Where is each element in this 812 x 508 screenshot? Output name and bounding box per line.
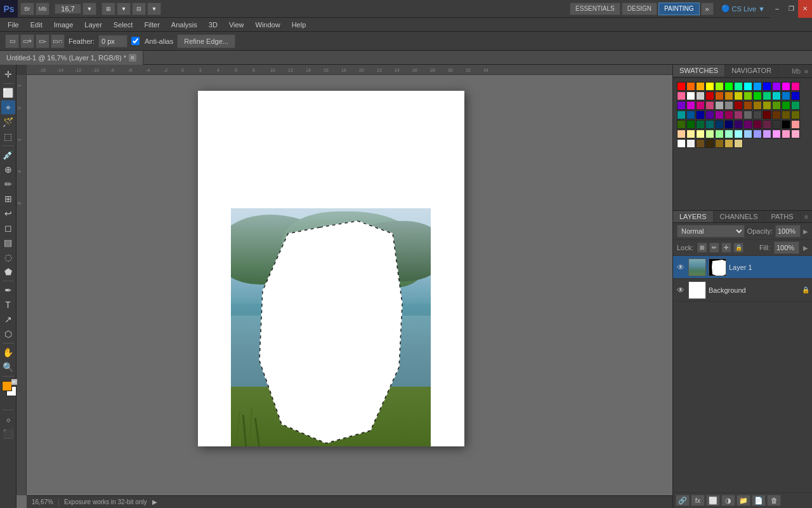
document-canvas[interactable]: [198, 91, 464, 446]
lock-paint-btn[interactable]: ✏: [709, 243, 719, 253]
swatch-item[interactable]: [705, 101, 714, 110]
cs-live-btn[interactable]: 🔵 CS Live ▼: [716, 4, 770, 13]
swatch-item[interactable]: [772, 110, 781, 119]
swatch-item[interactable]: [677, 120, 686, 129]
layers-collapse[interactable]: ≡: [803, 212, 809, 222]
swatch-item[interactable]: [734, 91, 743, 100]
swatch-item[interactable]: [677, 110, 686, 119]
maximize-btn[interactable]: ❐: [784, 0, 798, 18]
selection-intersect[interactable]: ▭∩: [51, 34, 65, 48]
menu-analysis[interactable]: Analysis: [166, 18, 202, 32]
tab-swatches[interactable]: SWATCHES: [673, 65, 725, 77]
refine-edge-button[interactable]: Refine Edge...: [177, 34, 235, 48]
shape-tool[interactable]: ⬡: [1, 327, 15, 341]
swatch-item[interactable]: [715, 130, 724, 138]
quick-select-tool[interactable]: 🪄: [1, 115, 15, 129]
swatch-item[interactable]: [686, 139, 695, 148]
menu-layer[interactable]: Layer: [79, 18, 107, 32]
swatch-item[interactable]: [677, 101, 686, 110]
swatch-item[interactable]: [715, 110, 724, 119]
lock-transparent-btn[interactable]: ⊞: [697, 243, 707, 253]
swatch-item[interactable]: [677, 139, 686, 148]
swatch-item[interactable]: [724, 110, 733, 119]
swatch-item[interactable]: [705, 91, 714, 100]
menu-view[interactable]: View: [224, 18, 249, 32]
minimize-btn[interactable]: –: [770, 0, 784, 18]
swatch-item[interactable]: [724, 82, 733, 91]
marquee-tool[interactable]: ⬜: [1, 86, 15, 100]
swatches-collapse[interactable]: ≡: [803, 67, 809, 76]
swatch-item[interactable]: [782, 91, 790, 100]
swatch-item[interactable]: [715, 139, 724, 148]
fill-arrow[interactable]: ▶: [803, 244, 808, 251]
swatch-item[interactable]: [782, 120, 790, 129]
swatch-item[interactable]: [782, 101, 790, 110]
swatch-item[interactable]: [715, 101, 724, 110]
clone-tool[interactable]: ⊞: [1, 192, 15, 206]
swatch-item[interactable]: [696, 91, 705, 100]
swatch-item[interactable]: [705, 130, 714, 138]
swatch-item[interactable]: [715, 82, 724, 91]
swatch-item[interactable]: [791, 91, 800, 100]
swap-colors[interactable]: ⇄: [11, 379, 17, 385]
essentials-workspace[interactable]: ESSENTIALS: [570, 3, 620, 15]
dodge-tool[interactable]: ⬟: [1, 265, 15, 279]
workspace-more[interactable]: »: [701, 3, 714, 15]
swatch-item[interactable]: [734, 120, 743, 129]
menu-image[interactable]: Image: [49, 18, 79, 32]
status-arrow[interactable]: ▶: [152, 498, 157, 505]
menu-edit[interactable]: Edit: [25, 18, 48, 32]
layer-eye-background[interactable]: 👁: [676, 285, 686, 295]
swatch-item[interactable]: [715, 120, 724, 129]
swatch-item[interactable]: [753, 130, 762, 138]
document-tab[interactable]: Untitled-1 @ 16,7% (Layer 1, RGB/8) * ✕: [0, 51, 143, 65]
swatch-item[interactable]: [705, 110, 714, 119]
swatch-item[interactable]: [753, 101, 762, 110]
swatch-item[interactable]: [705, 139, 714, 148]
swatch-item[interactable]: [677, 130, 686, 138]
view-mode-btn1[interactable]: ⊞: [102, 3, 115, 15]
swatch-item[interactable]: [705, 82, 714, 91]
opacity-input[interactable]: [775, 225, 801, 237]
swatch-item[interactable]: [791, 82, 800, 91]
swatch-item[interactable]: [696, 110, 705, 119]
lock-all-btn[interactable]: 🔒: [733, 243, 743, 253]
canvas-area[interactable]: -16 -14 -12 -10 -8 -6 -4 -2 0 2 4 6 8 10…: [16, 65, 672, 508]
design-workspace[interactable]: DESIGN: [622, 3, 657, 15]
selection-subtract[interactable]: ▭-: [36, 34, 49, 48]
swatch-item[interactable]: [763, 110, 771, 119]
swatch-item[interactable]: [753, 120, 762, 129]
blur-tool[interactable]: ◌: [1, 250, 15, 264]
swatch-item[interactable]: [724, 91, 733, 100]
menu-window[interactable]: Window: [251, 18, 285, 32]
swatch-item[interactable]: [791, 110, 800, 119]
swatch-item[interactable]: [743, 82, 752, 91]
layer-eye-layer1[interactable]: 👁: [676, 262, 686, 272]
document-tab-close[interactable]: ✕: [129, 54, 136, 62]
painting-workspace[interactable]: PAINTING: [658, 3, 699, 15]
pen-tool[interactable]: ✒: [1, 283, 15, 297]
tab-navigator[interactable]: NAVIGATOR: [725, 65, 778, 77]
layer-fx-btn[interactable]: fx: [691, 495, 705, 506]
swatch-item[interactable]: [763, 82, 771, 91]
swatch-item[interactable]: [696, 120, 705, 129]
swatch-item[interactable]: [696, 130, 705, 138]
swatch-item[interactable]: [696, 139, 705, 148]
arrange-dropdown[interactable]: ▼: [147, 3, 161, 15]
gradient-tool[interactable]: ▤: [1, 236, 15, 250]
swatch-item[interactable]: [743, 101, 752, 110]
layer-item-layer1[interactable]: 👁 Layer 1: [673, 256, 812, 279]
move-tool[interactable]: ✛: [1, 67, 15, 81]
close-btn[interactable]: ✕: [798, 0, 812, 18]
swatch-item[interactable]: [753, 82, 762, 91]
brush-tool[interactable]: ✏: [1, 177, 15, 191]
text-tool[interactable]: T: [1, 298, 15, 312]
swatch-item[interactable]: [743, 91, 752, 100]
anti-alias-checkbox[interactable]: [131, 37, 140, 45]
path-select-tool[interactable]: ↗: [1, 312, 15, 326]
swatch-item[interactable]: [724, 139, 733, 148]
layer-item-background[interactable]: 👁 Background 🔒: [673, 279, 812, 302]
swatch-item[interactable]: [705, 120, 714, 129]
swatch-item[interactable]: [772, 120, 781, 129]
history-tool[interactable]: ↩: [1, 206, 15, 220]
